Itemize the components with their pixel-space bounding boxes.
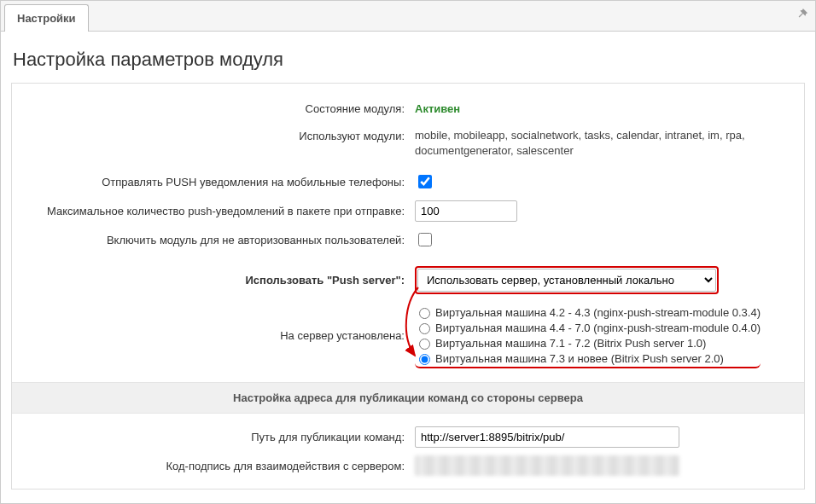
max-push-input[interactable] [415,200,517,222]
vm-radio-label-0: Виртуальная машина 4.2 - 4.3 (nginx-push… [435,306,761,319]
vm-radio-2[interactable] [419,339,430,350]
max-push-label: Максимальное количество push-уведомлений… [12,205,411,217]
modules-value: mobile, mobileapp, socialnetwork, tasks,… [415,128,804,159]
vm-radio-3[interactable] [419,354,430,365]
push-mobile-label: Отправлять PUSH уведомления на мобильные… [12,176,411,188]
tab-bar: Настройки [1,1,815,32]
publish-path-input[interactable] [415,426,679,448]
status-label: Состояние модуля: [12,102,411,115]
signature-label: Код-подпись для взаимодействия с серверо… [12,460,411,472]
vm-radio-label-3: Виртуальная машина 7.3 и новее (Bitrix P… [435,352,724,365]
section-header-publish: Настройка адреса для публикации команд с… [12,382,804,414]
use-push-server-label: Использовать "Push server": [246,274,405,287]
push-server-select[interactable]: Использовать сервер, установленный локал… [417,269,716,292]
vm-radio-label-2: Виртуальная машина 7.1 - 7.2 (Bitrix Pus… [435,337,706,350]
pin-icon[interactable] [796,8,808,22]
installed-on-label: На сервер установлена: [12,329,411,342]
highlight-select: Использовать сервер, установленный локал… [415,266,719,294]
page-title: Настройка параметров модуля [1,32,815,83]
settings-panel: Состояние модуля: Активен Используют мод… [11,83,805,490]
unauth-checkbox[interactable] [418,233,432,246]
publish-path-label: Путь для публикации команд: [12,431,411,443]
vm-radio-group: Виртуальная машина 4.2 - 4.3 (nginx-push… [415,304,761,368]
push-mobile-checkbox[interactable] [418,175,432,188]
tab-settings[interactable]: Настройки [4,4,89,32]
unauth-label: Включить модуль для не авторизованных по… [12,234,411,246]
vm-radio-label-1: Виртуальная машина 4.4 - 7.0 (nginx-push… [435,322,761,334]
vm-radio-0[interactable] [419,308,430,319]
signature-value-redacted [415,455,679,476]
modules-label: Используют модули: [12,128,411,142]
status-value: Активен [415,102,460,115]
vm-radio-1[interactable] [419,323,430,334]
